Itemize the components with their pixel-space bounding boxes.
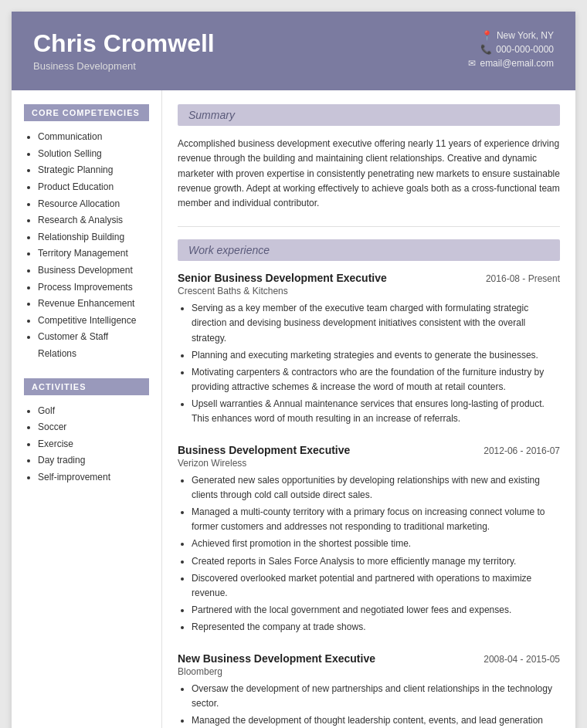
phone-text: 000-000-0000 — [496, 44, 554, 55]
job-title: Business Development Executive — [178, 444, 350, 456]
job-bullet: Serving as a key member of the executive… — [192, 301, 560, 346]
job-company: Verizon Wireless — [178, 458, 560, 469]
competency-item: Business Development — [38, 262, 149, 279]
job-bullet: Achieved first promotion in the shortest… — [192, 537, 560, 551]
job-company: Bloomberg — [178, 666, 560, 677]
competency-item: Research & Analysis — [38, 212, 149, 229]
job-bullet: Managed the development of thought leade… — [192, 713, 560, 728]
competencies-title: CORE COMPETENCIES — [24, 104, 149, 121]
summary-section-header: Summary — [178, 104, 560, 126]
job-bullet: Partnered with the local government and … — [192, 603, 560, 618]
competencies-list: CommunicationSolution SellingStrategic P… — [24, 129, 149, 362]
job-dates: 2008-04 - 2015-05 — [484, 654, 560, 665]
job-title: Senior Business Development Executive — [178, 272, 387, 284]
activity-item: Exercise — [38, 436, 149, 453]
job-entry: New Business Development Executive2008-0… — [178, 652, 560, 729]
competency-item: Process Improvements — [38, 279, 149, 296]
job-bullet: Oversaw the development of new partnersh… — [192, 682, 560, 711]
phone-icon: 📞 — [480, 44, 492, 55]
email-line: ✉ email@email.com — [468, 58, 554, 69]
job-bullet: Discovered overlooked market potential a… — [192, 571, 560, 601]
work-experience-section: Senior Business Development Executive201… — [178, 272, 560, 728]
competency-item: Communication — [38, 129, 149, 146]
work-section-header: Work experience — [178, 239, 560, 261]
job-bullet: Motivating carpenters & contractors who … — [192, 365, 560, 394]
competency-item: Strategic Planning — [38, 162, 149, 179]
job-company: Crescent Baths & Kitchens — [178, 286, 560, 296]
activity-item: Day trading — [38, 452, 149, 469]
phone-line: 📞 000-000-0000 — [468, 44, 554, 55]
job-bullets: Serving as a key member of the executive… — [178, 301, 560, 427]
job-bullets: Oversaw the development of new partnersh… — [178, 682, 560, 729]
sidebar: CORE COMPETENCIES CommunicationSolution … — [12, 90, 162, 728]
job-bullet: Upsell warranties & Annual maintenance s… — [192, 397, 560, 426]
email-text: email@email.com — [480, 58, 554, 69]
job-bullet: Managed a multi-county territory with a … — [192, 505, 560, 534]
job-bullet: Represented the company at trade shows. — [192, 620, 560, 635]
candidate-name: Chris Cromwell — [33, 30, 215, 57]
competency-item: Relationship Building — [38, 229, 149, 246]
competency-item: Product Education — [38, 179, 149, 196]
job-entry: Business Development Executive2012-06 - … — [178, 444, 560, 635]
job-dates: 2012-06 - 2016-07 — [484, 445, 560, 456]
job-dates: 2016-08 - Present — [486, 273, 560, 284]
job-header: Business Development Executive2012-06 - … — [178, 444, 560, 456]
header: Chris Cromwell Business Development 📍 Ne… — [12, 12, 575, 90]
body: CORE COMPETENCIES CommunicationSolution … — [12, 90, 575, 728]
activities-title: ACTIVITIES — [24, 378, 149, 395]
header-contact: 📍 New York, NY 📞 000-000-0000 ✉ email@em… — [468, 30, 554, 72]
job-bullet: Generated new sales opportunities by dev… — [192, 473, 560, 503]
activity-item: Golf — [38, 403, 149, 420]
candidate-title: Business Development — [33, 60, 215, 72]
section-divider — [178, 226, 560, 227]
location-text: New York, NY — [497, 30, 554, 41]
location-line: 📍 New York, NY — [468, 30, 554, 41]
job-bullet: Created reports in Sales Force Analysis … — [192, 554, 560, 569]
activities-list: GolfSoccerExerciseDay tradingSelf-improv… — [24, 403, 149, 486]
job-header: Senior Business Development Executive201… — [178, 272, 560, 284]
email-icon: ✉ — [468, 58, 476, 69]
job-title: New Business Development Executive — [178, 652, 375, 665]
main-content: Summary Accomplished business developmen… — [162, 90, 575, 728]
competency-item: Competitive Intelligence — [38, 313, 149, 330]
competency-item: Solution Selling — [38, 146, 149, 163]
resume: Chris Cromwell Business Development 📍 Ne… — [12, 12, 575, 728]
competency-item: Customer & Staff Relations — [38, 329, 149, 362]
header-left: Chris Cromwell Business Development — [33, 30, 215, 72]
job-bullet: Planning and executing marketing strateg… — [192, 348, 560, 363]
summary-text: Accomplished business development execut… — [178, 137, 560, 211]
competency-item: Resource Allocation — [38, 196, 149, 213]
activity-item: Self-improvement — [38, 469, 149, 486]
job-bullets: Generated new sales opportunities by dev… — [178, 473, 560, 635]
location-icon: 📍 — [481, 30, 493, 41]
competency-item: Revenue Enhancement — [38, 296, 149, 313]
competency-item: Territory Management — [38, 245, 149, 262]
job-entry: Senior Business Development Executive201… — [178, 272, 560, 427]
job-header: New Business Development Executive2008-0… — [178, 652, 560, 665]
activity-item: Soccer — [38, 419, 149, 436]
